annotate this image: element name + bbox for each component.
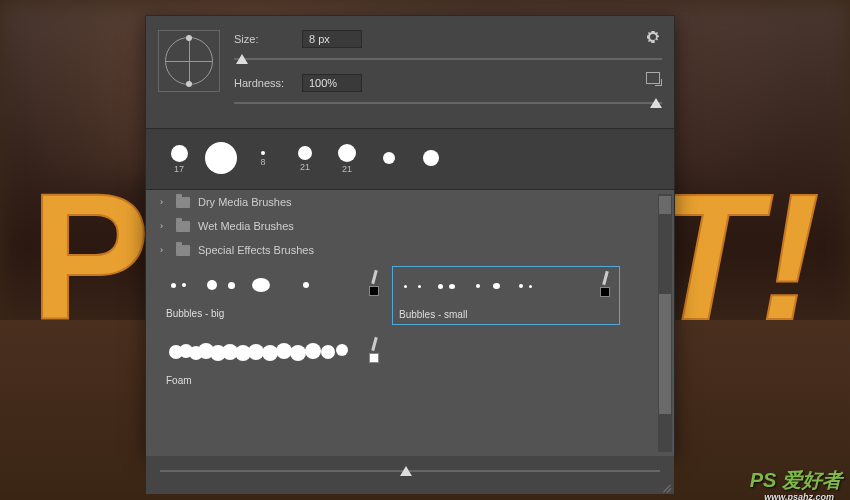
brush-preset[interactable]: 21 — [326, 135, 368, 183]
angle-handle-bottom[interactable] — [186, 81, 192, 87]
brush-controls-section: Size: 8 px Hardness: 100% — [146, 16, 674, 128]
brush-bubbles-big[interactable]: Bubbles - big — [160, 266, 388, 325]
brush-angle-widget[interactable] — [158, 30, 220, 92]
brush-preset-row: 17 8 21 21 — [146, 129, 674, 189]
svg-point-9 — [276, 343, 292, 359]
folder-label: Special Effects Brushes — [198, 244, 314, 256]
folder-icon — [176, 197, 190, 208]
folder-dry-media[interactable]: › Dry Media Brushes — [146, 190, 674, 214]
folder-label: Wet Media Brushes — [198, 220, 294, 232]
scrollbar[interactable] — [658, 194, 672, 452]
brush-list: › Dry Media Brushes › Wet Media Brushes … — [146, 190, 674, 456]
folder-special-effects[interactable]: › Special Effects Brushes — [146, 238, 674, 262]
svg-point-7 — [248, 344, 264, 360]
folder-icon — [176, 245, 190, 256]
watermark-logo: PS 爱好者 www.psahz.com — [750, 467, 842, 494]
brush-preset[interactable]: 21 — [284, 135, 326, 183]
size-slider[interactable] — [234, 52, 662, 66]
brush-thumbnails: Bubbles - big Bubbles - small — [146, 262, 674, 329]
size-hardness-controls: Size: 8 px Hardness: 100% — [234, 26, 662, 118]
angle-circle[interactable] — [165, 37, 213, 85]
svg-point-8 — [262, 345, 278, 361]
brush-label: Bubbles - big — [160, 304, 388, 323]
resize-grip[interactable] — [660, 480, 672, 492]
brush-preview — [393, 267, 619, 305]
svg-point-10 — [290, 345, 306, 361]
brush-bubbles-small[interactable]: Bubbles - small — [392, 266, 620, 325]
brush-preset[interactable] — [410, 135, 452, 183]
background-letter-p: P — [30, 153, 150, 360]
brush-preset[interactable]: 8 — [242, 135, 284, 183]
preset-label: 21 — [342, 164, 352, 174]
folder-wet-media[interactable]: › Wet Media Brushes — [146, 214, 674, 238]
chevron-right-icon: › — [160, 245, 168, 255]
angle-handle-top[interactable] — [186, 35, 192, 41]
brush-preview — [160, 333, 388, 371]
gear-icon[interactable] — [646, 30, 660, 46]
background-letter-t: T! — [650, 153, 820, 360]
preset-label: 21 — [300, 162, 310, 172]
preset-label: 17 — [174, 164, 184, 174]
svg-point-11 — [305, 343, 321, 359]
svg-point-13 — [336, 344, 348, 356]
folder-icon — [176, 221, 190, 232]
watermark-url: www.psahz.com — [764, 492, 834, 500]
scroll-thumb[interactable] — [659, 294, 671, 414]
brush-preset[interactable] — [368, 135, 410, 183]
brush-tip-icon — [364, 337, 384, 367]
zoom-slider-area — [146, 456, 674, 494]
brush-label: Bubbles - small — [393, 305, 619, 324]
brush-preview — [160, 266, 388, 304]
hardness-slider[interactable] — [234, 96, 662, 110]
size-label: Size: — [234, 33, 290, 45]
brush-preset[interactable] — [200, 135, 242, 183]
chevron-right-icon: › — [160, 197, 168, 207]
folder-label: Dry Media Brushes — [198, 196, 292, 208]
brush-tip-icon — [364, 270, 384, 300]
zoom-slider[interactable] — [160, 464, 660, 478]
scroll-thumb[interactable] — [659, 196, 671, 214]
brush-settings-panel: Size: 8 px Hardness: 100% 17 8 21 — [145, 15, 675, 455]
expand-icon[interactable] — [646, 72, 660, 84]
brush-tip-icon — [595, 271, 615, 301]
size-input[interactable]: 8 px — [302, 30, 362, 48]
brush-label: Foam — [160, 371, 660, 390]
hardness-label: Hardness: — [234, 77, 290, 89]
brush-foam[interactable]: Foam — [146, 329, 674, 394]
chevron-right-icon: › — [160, 221, 168, 231]
hardness-input[interactable]: 100% — [302, 74, 362, 92]
preset-label: 8 — [260, 157, 265, 167]
svg-point-12 — [321, 345, 335, 359]
brush-preset[interactable]: 17 — [158, 135, 200, 183]
